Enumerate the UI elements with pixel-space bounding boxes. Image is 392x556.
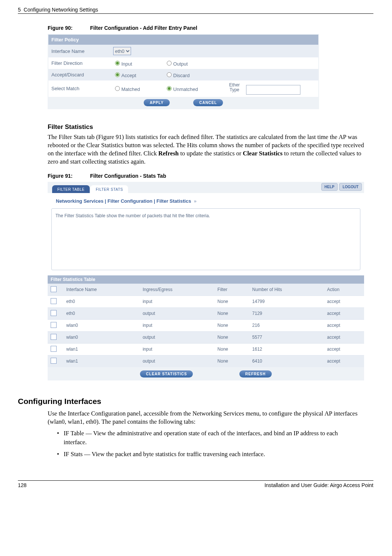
cell-action: accept [324, 296, 364, 307]
page-footer: 128 Installation and User Guide: Airgo A… [18, 480, 373, 488]
help-button[interactable]: HELP [321, 183, 338, 191]
filter-stats-panel: FILTER TABLE FILTER STATS HELP LOGOUT Ne… [48, 182, 364, 381]
tab-bar: FILTER TABLE FILTER STATS HELP LOGOUT [48, 182, 364, 193]
row-checkbox[interactable] [51, 334, 57, 340]
ether-type-label: Ether Type [224, 83, 245, 92]
figure-90-caption: Figure 90: Filter Configuration - Add Fi… [48, 25, 373, 31]
chevron-icon: » [194, 198, 197, 204]
cell-direction: input [140, 319, 214, 331]
figure-title: Filter Configuration - Stats Tab [90, 173, 166, 179]
table-row: wlan1outputNone6410accept [48, 355, 364, 367]
table-row: wlan1inputNone1612accept [48, 343, 364, 355]
accept-discard-label: Accept/Discard [48, 69, 110, 80]
filter-statistics-body: The Filter Stats tab (Figure 91) lists s… [48, 133, 366, 166]
cell-hits: 7129 [249, 307, 324, 319]
clear-statistics-button[interactable]: CLEAR STATISTICS [140, 370, 193, 377]
configuring-interfaces-body: Use the Interface Configuration panel, a… [48, 410, 366, 426]
ether-type-input[interactable] [246, 85, 300, 95]
row-checkbox[interactable] [51, 322, 57, 328]
refresh-button[interactable]: REFRESH [239, 370, 272, 377]
footer-title: Installation and User Guide: Airgo Acces… [264, 482, 373, 488]
select-match-label: Select Match [48, 80, 110, 97]
action-row: CLEAR STATISTICS REFRESH [48, 367, 364, 380]
cell-direction: input [140, 296, 214, 307]
figure-number: Figure 91: [48, 173, 89, 179]
accept-radio[interactable]: Accept [113, 73, 136, 78]
cell-interface: wlan1 [63, 343, 140, 355]
filter-statistics-heading: Filter Statistics [48, 123, 373, 131]
list-item: IF Stats — View the packet and byte stat… [57, 450, 362, 459]
page-number: 128 [18, 482, 26, 488]
unmatched-radio[interactable]: Unmatched [165, 86, 198, 92]
col-filter: Filter [214, 284, 249, 296]
cell-interface: wlan0 [63, 331, 140, 343]
table-row: eth0inputNone14799accept [48, 296, 364, 307]
page-header: 5 Configuring Networking Settings [18, 7, 373, 14]
matched-radio[interactable]: Matched [113, 86, 140, 92]
col-action: Action [324, 284, 364, 296]
filter-direction-label: Filter Direction [48, 57, 110, 69]
cell-filter: None [214, 319, 249, 331]
table-title: Filter Statistics Table [48, 275, 364, 284]
cell-direction: output [140, 307, 214, 319]
configuring-interfaces-heading: Configuring Interfaces [18, 397, 373, 406]
cell-hits: 14799 [249, 296, 324, 307]
cell-filter: None [214, 355, 249, 367]
interface-tabs-list: IF Table — View the administrative and o… [57, 429, 362, 459]
table-row: wlan0inputNone216accept [48, 319, 364, 331]
panel-header: Filter Policy [48, 35, 318, 45]
table-row: eth0outputNone7129accept [48, 307, 364, 319]
interface-name-select[interactable]: eth0 [113, 47, 131, 55]
cell-hits: 216 [249, 319, 324, 331]
chapter-label: 5 Configuring Networking Settings [18, 7, 98, 13]
filter-policy-panel: Filter Policy Interface Name eth0 Filter… [48, 34, 319, 109]
apply-button[interactable]: APPLY [144, 99, 169, 106]
input-radio[interactable]: Input [113, 61, 132, 67]
cell-filter: None [214, 331, 249, 343]
cell-direction: output [140, 355, 214, 367]
interface-name-label: Interface Name [48, 45, 110, 57]
col-hits: Number of Hits [249, 284, 324, 296]
figure-number: Figure 90: [48, 25, 89, 31]
cell-direction: input [140, 343, 214, 355]
cell-filter: None [214, 343, 249, 355]
row-checkbox[interactable] [51, 346, 57, 352]
cell-direction: output [140, 331, 214, 343]
list-item: IF Table — View the administrative and o… [57, 429, 362, 447]
table-row: wlan0outputNone5577accept [48, 331, 364, 343]
cell-action: accept [324, 355, 364, 367]
cell-action: accept [324, 343, 364, 355]
col-direction: Ingress/Egress [140, 284, 214, 296]
cell-interface: wlan0 [63, 319, 140, 331]
discard-radio[interactable]: Discard [165, 73, 189, 78]
figure-title: Filter Configuration - Add Filter Entry … [90, 25, 197, 31]
row-checkbox[interactable] [51, 310, 57, 316]
cancel-button[interactable]: CANCEL [193, 99, 223, 106]
description-box: The Filter Statistics Table show the num… [51, 208, 360, 270]
tab-filter-table[interactable]: FILTER TABLE [52, 185, 90, 193]
cell-hits: 1612 [249, 343, 324, 355]
cell-action: accept [324, 319, 364, 331]
cell-action: accept [324, 307, 364, 319]
col-interface: Interface Name [63, 284, 140, 296]
filter-statistics-table: Filter Statistics Table Interface Name I… [48, 275, 364, 367]
output-radio[interactable]: Output [165, 61, 188, 67]
cell-filter: None [214, 307, 249, 319]
cell-hits: 6410 [249, 355, 324, 367]
row-checkbox[interactable] [51, 358, 57, 364]
cell-interface: eth0 [63, 307, 140, 319]
cell-hits: 5577 [249, 331, 324, 343]
figure-91-caption: Figure 91: Filter Configuration - Stats … [48, 173, 373, 179]
cell-action: accept [324, 331, 364, 343]
row-checkbox[interactable] [51, 298, 57, 304]
logout-button[interactable]: LOGOUT [339, 183, 362, 191]
cell-interface: eth0 [63, 296, 140, 307]
cell-interface: wlan1 [63, 355, 140, 367]
tab-filter-stats[interactable]: FILTER STATS [90, 185, 128, 193]
cell-filter: None [214, 296, 249, 307]
breadcrumb: Networking Services | Filter Configurati… [48, 193, 364, 208]
select-all-checkbox[interactable] [51, 286, 57, 292]
